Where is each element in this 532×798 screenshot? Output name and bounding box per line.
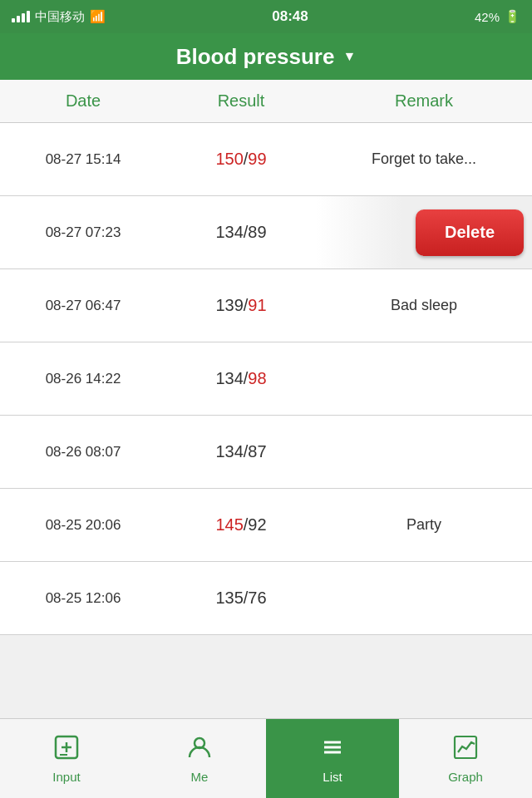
cell-result: 134/87 — [166, 442, 316, 461]
table-row[interactable]: 08-25 12:06 135/76 — [0, 562, 532, 635]
cell-result: 150/99 — [166, 150, 316, 169]
cell-remark: Bad sleep — [316, 297, 532, 314]
delete-button[interactable]: Delete — [416, 209, 524, 256]
table-row[interactable]: 08-25 20:06 145/92 Party — [0, 489, 532, 562]
nav-label-list: List — [323, 770, 342, 784]
status-time: 08:48 — [272, 8, 308, 25]
dropdown-arrow-icon[interactable]: ▼ — [342, 49, 356, 64]
delete-overlay: Delete — [316, 196, 532, 268]
cell-date: 08-26 08:07 — [0, 444, 166, 461]
battery-icon: 🔋 — [505, 9, 520, 24]
cell-result: 145/92 — [166, 515, 316, 534]
table-row[interactable]: 08-26 14:22 134/98 — [0, 342, 532, 416]
page-title: Blood pressure — [176, 44, 335, 70]
status-left: 中国移动 📶 — [12, 9, 106, 25]
cell-date: 08-27 07:23 — [0, 224, 166, 241]
table-row[interactable]: 08-27 15:14 150/99 Forget to take... — [0, 123, 532, 196]
cell-result: 135/76 — [166, 589, 316, 608]
nav-item-input[interactable]: Input — [0, 719, 133, 798]
col-date-header: Date — [0, 91, 166, 111]
table-row[interactable]: 08-27 07:23 134/89 Delete — [0, 196, 532, 269]
col-remark-header: Remark — [316, 91, 532, 111]
graph-icon — [452, 734, 479, 765]
col-result-header: Result — [166, 91, 316, 111]
cell-date: 08-27 15:14 — [0, 151, 166, 168]
cell-date: 08-25 20:06 — [0, 517, 166, 534]
cell-date: 08-26 14:22 — [0, 371, 166, 387]
title-bar[interactable]: Blood pressure ▼ — [0, 33, 532, 80]
table-header: Date Result Remark — [0, 80, 532, 123]
nav-label-graph: Graph — [448, 770, 483, 784]
table-row[interactable]: 08-26 08:07 134/87 — [0, 416, 532, 489]
status-right: 42% 🔋 — [475, 9, 520, 24]
cell-remark: Forget to take... — [316, 150, 532, 168]
list-icon — [319, 734, 346, 765]
table-body: 08-27 15:14 150/99 Forget to take... 08-… — [0, 123, 532, 635]
me-icon — [186, 734, 213, 765]
input-icon — [53, 734, 80, 765]
table-row[interactable]: 08-27 06:47 139/91 Bad sleep — [0, 269, 532, 342]
nav-item-me[interactable]: Me — [133, 719, 266, 798]
nav-label-input: Input — [52, 770, 80, 784]
nav-item-list[interactable]: List — [266, 719, 399, 798]
svg-rect-8 — [455, 736, 476, 758]
nav-item-graph[interactable]: Graph — [399, 719, 532, 798]
cell-result: 134/98 — [166, 369, 316, 388]
wifi-icon: 📶 — [90, 9, 106, 24]
cell-result: 139/91 — [166, 296, 316, 315]
cell-remark: Party — [316, 516, 532, 534]
cell-date: 08-25 12:06 — [0, 590, 166, 607]
carrier-label: 中国移动 — [35, 9, 85, 25]
nav-label-me: Me — [191, 770, 209, 784]
cell-result: 134/89 — [166, 223, 316, 242]
battery-label: 42% — [475, 10, 500, 24]
status-bar: 中国移动 📶 08:48 42% 🔋 — [0, 0, 532, 33]
bottom-nav: Input Me List Graph — [0, 718, 532, 798]
cell-date: 08-27 06:47 — [0, 298, 166, 314]
signal-icon — [12, 11, 30, 22]
